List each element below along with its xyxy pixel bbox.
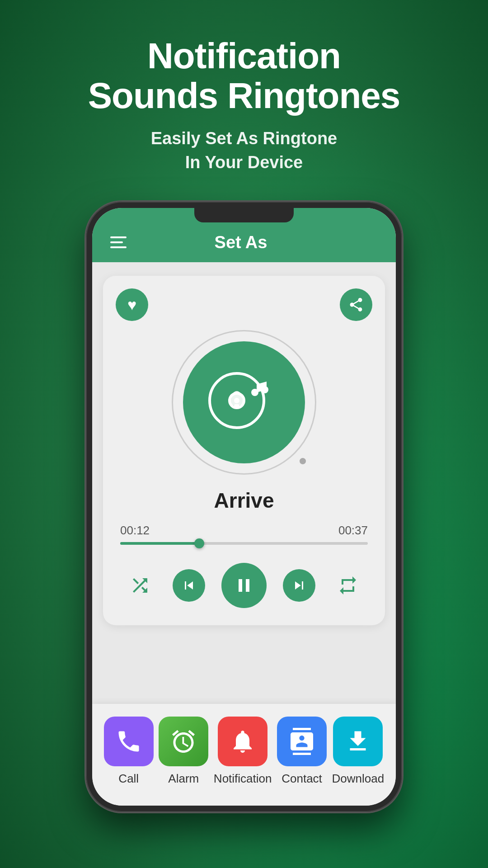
progress-bar[interactable] — [120, 542, 368, 545]
favorite-button[interactable]: ♥ — [116, 288, 148, 321]
playback-controls — [116, 558, 372, 613]
phone-wrapper: Set As ♥ — [0, 202, 488, 812]
music-disc-icon — [199, 357, 289, 448]
alarm-label: Alarm — [168, 772, 199, 786]
player-card: ♥ — [103, 276, 385, 625]
time-labels: 00:12 00:37 — [120, 524, 368, 538]
menu-button[interactable] — [110, 236, 127, 248]
track-name: Arrive — [116, 488, 372, 513]
repeat-icon — [337, 575, 359, 596]
rewind-button[interactable] — [173, 569, 205, 602]
notification-icon — [229, 728, 256, 755]
main-title: Notification Sounds Ringtones — [0, 36, 488, 116]
nav-item-notification[interactable]: Notification — [214, 717, 272, 786]
app-bar-title: Set As — [127, 233, 355, 252]
nav-item-download[interactable]: Download — [332, 717, 385, 786]
nav-item-call[interactable]: Call — [104, 717, 154, 786]
total-time: 00:37 — [338, 524, 368, 538]
repeat-button[interactable] — [332, 569, 364, 602]
nav-item-contact[interactable]: Contact — [277, 717, 327, 786]
pause-button[interactable] — [221, 563, 267, 608]
download-icon-box — [333, 717, 383, 766]
shuffle-icon — [129, 575, 151, 596]
progress-thumb[interactable] — [194, 538, 204, 548]
phone-outer: Set As ♥ — [86, 202, 402, 812]
album-art-inner — [183, 341, 305, 463]
forward-icon — [291, 577, 307, 594]
current-time: 00:12 — [120, 524, 150, 538]
call-icon — [115, 728, 142, 755]
download-label: Download — [332, 772, 385, 786]
pause-icon — [233, 575, 255, 596]
svg-rect-3 — [234, 404, 239, 408]
player-top-actions: ♥ — [116, 288, 372, 321]
bottom-nav: Call Alarm Notif — [92, 704, 396, 806]
heart-icon: ♥ — [127, 296, 136, 314]
forward-button[interactable] — [283, 569, 315, 602]
rewind-icon — [181, 577, 197, 594]
album-art-wrapper — [116, 330, 372, 475]
download-icon — [344, 728, 371, 755]
call-label: Call — [118, 772, 139, 786]
svg-point-4 — [251, 389, 258, 396]
notification-icon-box — [218, 717, 267, 766]
progress-fill — [120, 542, 199, 545]
contact-icon-box — [277, 717, 327, 766]
phone-notch — [194, 208, 294, 222]
shuffle-button[interactable] — [124, 569, 156, 602]
alarm-icon-box — [159, 717, 208, 766]
main-subtitle: Easily Set As Ringtone In Your Device — [0, 127, 488, 175]
notification-label: Notification — [214, 772, 272, 786]
contact-icon — [288, 728, 315, 755]
svg-point-5 — [261, 386, 268, 393]
contact-label: Contact — [282, 772, 322, 786]
phone-screen: Set As ♥ — [92, 208, 396, 806]
progress-section: 00:12 00:37 — [116, 524, 372, 545]
call-icon-box — [104, 717, 154, 766]
share-icon — [348, 297, 364, 313]
header-section: Notification Sounds Ringtones Easily Set… — [0, 0, 488, 193]
alarm-icon — [170, 728, 197, 755]
nav-item-alarm[interactable]: Alarm — [159, 717, 208, 786]
album-art-ring — [172, 330, 316, 475]
share-button[interactable] — [340, 288, 372, 321]
